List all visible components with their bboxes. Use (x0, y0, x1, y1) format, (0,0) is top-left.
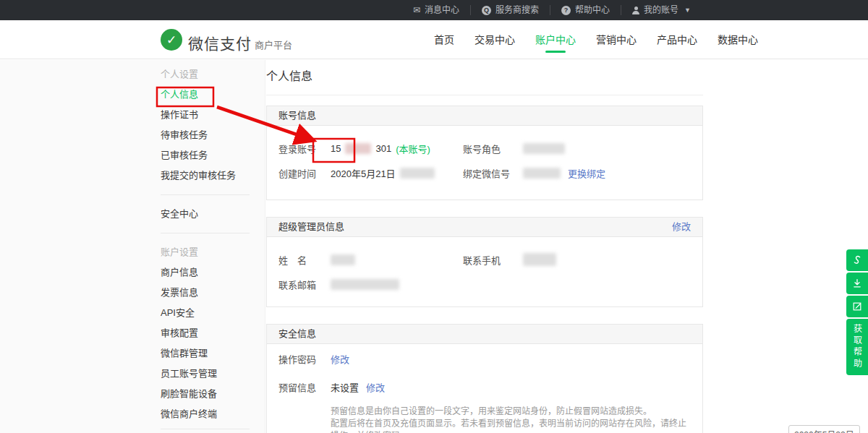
contact-icon (851, 254, 864, 267)
download-button[interactable] (846, 273, 868, 294)
main-nav: 首页 交易中心 账户中心 营销中心 产品中心 数据中心 (424, 20, 768, 59)
brand-divider (246, 35, 247, 47)
reserve-info-description: 预留信息是由你自己设置的一段文字，用来鉴定网站身份，防止假冒网站造成损失。 配置… (331, 406, 702, 433)
nav-marketing-center[interactable]: 营销中心 (586, 20, 647, 59)
login-account-row: 登录账号 15 301 (本账号) 账号角色 (278, 136, 702, 160)
account-info-card-body: 登录账号 15 301 (本账号) 账号角色 创建时间 2020年5月21日 绑… (267, 126, 702, 185)
contact-service-button[interactable] (846, 249, 868, 271)
this-account-note: (本账号) (396, 142, 430, 155)
topbar-item-label: 消息中心 (425, 5, 459, 15)
security-info-card-title: 安全信息 (278, 325, 316, 343)
sidebar: 个人设置 个人信息 操作证书 待审核任务 已审核任务 我提交的审核任务 安全中心… (0, 60, 265, 433)
sidebar-item-wechat-group-mgmt[interactable]: 微信群管理 (161, 343, 250, 364)
nav-trade-center[interactable]: 交易中心 (464, 20, 525, 59)
topbar-item-messages[interactable]: ✉ 消息中心 (402, 5, 470, 15)
reserve-info-row: 预留信息 未设置 修改 (278, 377, 702, 397)
operation-password-label: 操作密码 (278, 352, 331, 366)
login-account-prefix: 15 (331, 143, 341, 154)
super-admin-card-body: 姓 名 联系手机 联系邮箱 (267, 237, 702, 296)
nav-account-center-label: 账户中心 (535, 34, 576, 46)
reserve-info-value: 未设置 (331, 380, 359, 394)
topbar-item-label: 我的账号 (644, 5, 678, 15)
reserve-desc-line: 配置后将在首页及充值页面显示。若未看到预留信息，表明当前访问的网站存在风险，请终… (331, 418, 688, 433)
super-admin-card: 超级管理员信息 修改 姓 名 联系手机 联系邮箱 (266, 217, 703, 307)
sidebar-item-face-smart-device[interactable]: 刷脸智能设备 (161, 384, 250, 404)
topbar-item-provider-search[interactable]: Q 服务商搜索 (470, 5, 550, 15)
admin-name-row: 姓 名 联系手机 (278, 247, 702, 272)
admin-phone-field: 联系手机 (463, 247, 556, 272)
help-icon: ? (561, 6, 571, 15)
login-account-value: 15 301 (本账号) (331, 142, 430, 155)
sidebar-item-security-center[interactable]: 安全中心 (161, 204, 250, 224)
super-admin-card-header: 超级管理员信息 修改 (267, 218, 702, 237)
title-divider (266, 95, 703, 95)
get-help-button[interactable]: 获取帮助 (846, 319, 868, 375)
sidebar-item-review-config[interactable]: 审核配置 (161, 323, 250, 343)
operation-password-row: 操作密码 修改 (278, 348, 702, 369)
sidebar-item-reviewed[interactable]: 已审核任务 (161, 145, 250, 166)
chevron-down-icon: ▼ (684, 5, 691, 15)
reserve-info-label: 预留信息 (278, 380, 331, 394)
date-tooltip: 2020年5月22日 (788, 425, 860, 433)
sidebar-item-staff-account-mgmt[interactable]: 员工账号管理 (161, 364, 250, 384)
sidebar-list: 个人设置 个人信息 操作证书 待审核任务 已审核任务 我提交的审核任务 安全中心… (161, 64, 250, 433)
header: ✓ 微信支付 商户平台 首页 交易中心 账户中心 营销中心 产品中心 数据中心 (0, 20, 868, 59)
edit-icon (851, 300, 864, 313)
nav-product-center[interactable]: 产品中心 (647, 20, 707, 59)
super-admin-edit-link[interactable]: 修改 (672, 218, 691, 236)
admin-email-redacted-blob (331, 279, 399, 290)
user-icon (632, 7, 639, 14)
account-role-redacted-blob (523, 143, 565, 154)
sidebar-item-invoice-info[interactable]: 发票信息 (161, 283, 250, 303)
get-help-label: 获取帮助 (851, 324, 864, 370)
search-icon: Q (482, 6, 491, 15)
created-time-row: 创建时间 2020年5月21日 绑定微信号 更换绑定 (278, 160, 702, 185)
active-nav-underline (545, 51, 566, 53)
admin-name-label: 姓 名 (278, 253, 331, 267)
security-info-card: 安全信息 操作密码 修改 预留信息 未设置 修改 预留信息是由你自己设置的一段文… (266, 324, 703, 433)
created-time-label: 创建时间 (278, 166, 331, 180)
brand-title: 微信支付 (188, 32, 252, 53)
nav-data-center[interactable]: 数据中心 (707, 20, 768, 59)
sidebar-group-account-settings: 账户设置 (161, 242, 250, 262)
nav-home[interactable]: 首页 (424, 20, 464, 59)
topbar-item-label: 帮助中心 (575, 5, 610, 15)
admin-phone-redacted-blob (523, 253, 556, 266)
portal-label: 商户平台 (255, 38, 292, 51)
admin-phone-label: 联系手机 (463, 253, 523, 267)
topbar-menu: ✉ 消息中心 Q 服务商搜索 ? 帮助中心 我的账号 ▼ (402, 0, 702, 20)
operation-password-edit-link[interactable]: 修改 (331, 352, 349, 366)
created-time-value: 2020年5月21日 (331, 166, 435, 180)
reserve-desc-line: 预留信息是由你自己设置的一段文字，用来鉴定网站身份，防止假冒网站造成损失。 (331, 406, 688, 418)
wechat-pay-logo-icon: ✓ (161, 29, 182, 51)
feedback-button[interactable] (846, 296, 868, 317)
bound-wechat-redacted-blob (523, 168, 561, 179)
security-info-card-header: 安全信息 (267, 325, 702, 344)
sidebar-item-pending-review[interactable]: 待审核任务 (161, 125, 250, 145)
account-role-field: 账号角色 (463, 136, 565, 160)
topbar: ✉ 消息中心 Q 服务商搜索 ? 帮助中心 我的账号 ▼ (0, 0, 868, 20)
account-info-card-title: 账号信息 (278, 106, 316, 125)
nav-account-center[interactable]: 账户中心 (525, 20, 586, 59)
sidebar-item-personal-info[interactable]: 个人信息 (161, 85, 250, 105)
account-info-card: 账号信息 登录账号 15 301 (本账号) 账号角色 创建时间 2020年5月… (266, 106, 703, 200)
change-binding-link[interactable]: 更换绑定 (568, 166, 605, 180)
topbar-item-my-account[interactable]: 我的账号 ▼ (621, 5, 702, 15)
sidebar-item-wechat-merchant-terminal[interactable]: 微信商户终端 (161, 404, 250, 424)
floating-help-bar: 获取帮助 (846, 249, 868, 375)
mail-icon: ✉ (413, 6, 420, 14)
account-role-label: 账号角色 (463, 142, 523, 155)
sidebar-item-api-security[interactable]: API安全 (161, 303, 250, 323)
sidebar-item-my-submitted-review[interactable]: 我提交的审核任务 (161, 166, 250, 186)
sidebar-divider (161, 194, 250, 195)
page-title: 个人信息 (266, 67, 312, 84)
sidebar-item-operation-cert[interactable]: 操作证书 (161, 105, 250, 125)
admin-name-redacted-blob (331, 254, 355, 265)
download-icon (851, 277, 864, 290)
sidebar-group-personal-settings: 个人设置 (161, 64, 250, 85)
sidebar-item-merchant-info[interactable]: 商户信息 (161, 262, 250, 283)
reserve-info-edit-link[interactable]: 修改 (366, 380, 385, 394)
topbar-item-help-center[interactable]: ? 帮助中心 (550, 5, 621, 15)
bound-wechat-label: 绑定微信号 (463, 166, 523, 180)
sidebar-divider (161, 429, 250, 429)
